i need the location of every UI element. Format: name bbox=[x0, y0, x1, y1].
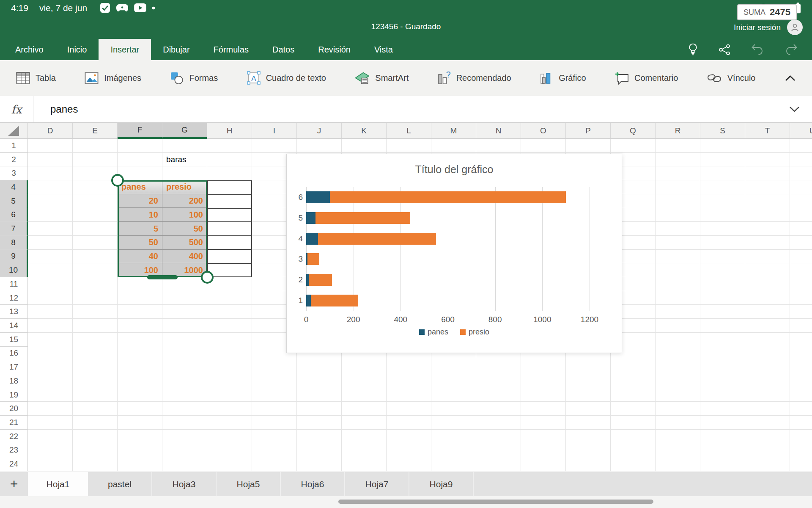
bar-segment-presio[interactable] bbox=[307, 253, 319, 265]
table-cell[interactable]: 5 bbox=[118, 222, 162, 236]
column-header-F[interactable]: F bbox=[118, 123, 162, 139]
table-cell[interactable]: 50 bbox=[162, 222, 207, 236]
column-header-L[interactable]: L bbox=[387, 123, 431, 139]
row-header-18[interactable]: 18 bbox=[0, 374, 28, 388]
row-header-1[interactable]: 1 bbox=[0, 139, 28, 153]
fx-icon[interactable]: fx bbox=[0, 96, 33, 122]
bar-segment-panes[interactable] bbox=[306, 212, 315, 224]
bar-segment-panes[interactable] bbox=[306, 191, 330, 203]
row-header-5[interactable]: 5 bbox=[0, 194, 28, 208]
bordered-cell[interactable] bbox=[208, 209, 251, 222]
row-header-12[interactable]: 12 bbox=[0, 291, 28, 305]
table-cell[interactable]: 500 bbox=[162, 236, 207, 250]
lightbulb-icon[interactable] bbox=[688, 43, 698, 56]
table-cell[interactable]: 100 bbox=[162, 208, 207, 222]
column-header-H[interactable]: H bbox=[207, 123, 252, 139]
table-cell[interactable]: 200 bbox=[162, 194, 207, 208]
row-header-3[interactable]: 3 bbox=[0, 166, 28, 180]
table-cell[interactable]: 50 bbox=[118, 236, 162, 250]
row-header-9[interactable]: 9 bbox=[0, 250, 28, 264]
table-cell[interactable]: 20 bbox=[118, 194, 162, 208]
toolbar-button-comentario[interactable]: Comentario bbox=[615, 72, 678, 85]
sum-status-box[interactable]: SUMA 2475 bbox=[737, 4, 797, 20]
bar-segment-panes[interactable] bbox=[306, 233, 318, 245]
column-header-J[interactable]: J bbox=[297, 123, 342, 139]
row-header-21[interactable]: 21 bbox=[0, 416, 28, 430]
row-header-15[interactable]: 15 bbox=[0, 333, 28, 347]
chart-object[interactable]: Título del gráfico 654321 02004006008001… bbox=[286, 154, 622, 353]
row-header-8[interactable]: 8 bbox=[0, 236, 28, 250]
avatar[interactable] bbox=[787, 19, 803, 35]
toolbar-button-formas[interactable]: Formas bbox=[170, 72, 218, 85]
expand-formula-bar-button[interactable] bbox=[789, 106, 800, 113]
bordered-cell[interactable] bbox=[208, 250, 251, 263]
data-table-F4-G10[interactable]: panespresio20200101005505050040400100100… bbox=[118, 180, 207, 277]
cell-G2[interactable]: baras bbox=[162, 153, 207, 167]
column-header-P[interactable]: P bbox=[566, 123, 611, 139]
column-header-N[interactable]: N bbox=[476, 123, 521, 139]
toolbar-button-tabla[interactable]: Tabla bbox=[16, 72, 56, 85]
bordered-cell[interactable] bbox=[208, 222, 251, 236]
column-header-M[interactable]: M bbox=[431, 123, 476, 139]
selection-handle-top-left[interactable] bbox=[111, 174, 124, 187]
toolbar-button-vínculo[interactable]: Vínculo bbox=[707, 72, 756, 84]
ribbon-tab-archivo[interactable]: Archivo bbox=[3, 39, 55, 60]
column-header-G[interactable]: G bbox=[162, 123, 207, 139]
toolbar-button-recomendado[interactable]: ?Recomendado bbox=[438, 71, 511, 85]
row-header-2[interactable]: 2 bbox=[0, 153, 28, 167]
sheet-tab-hoja5[interactable]: Hoja5 bbox=[217, 472, 281, 496]
table-header-panes[interactable]: panes bbox=[118, 180, 162, 194]
collapse-ribbon-button[interactable] bbox=[785, 75, 796, 82]
column-header-Q[interactable]: Q bbox=[611, 123, 656, 139]
toolbar-button-gráfico[interactable]: Gráfico bbox=[540, 72, 586, 85]
column-header-D[interactable]: D bbox=[28, 123, 73, 139]
column-header-O[interactable]: O bbox=[521, 123, 566, 139]
column-header-T[interactable]: T bbox=[745, 123, 790, 139]
row-header-13[interactable]: 13 bbox=[0, 305, 28, 319]
ribbon-tab-vista[interactable]: Vista bbox=[362, 39, 405, 60]
sheet-tab-hoja9[interactable]: Hoja9 bbox=[409, 472, 474, 496]
bordered-cell[interactable] bbox=[208, 264, 251, 276]
row-header-23[interactable]: 23 bbox=[0, 443, 28, 457]
row-header-7[interactable]: 7 bbox=[0, 222, 28, 236]
column-header-K[interactable]: K bbox=[342, 123, 387, 139]
sheet-tab-hoja3[interactable]: Hoja3 bbox=[152, 472, 217, 496]
table-cell[interactable]: 10 bbox=[118, 208, 162, 222]
sign-in-button[interactable]: Iniciar sesión bbox=[734, 19, 803, 35]
add-sheet-button[interactable]: + bbox=[0, 472, 28, 496]
toolbar-button-smartart[interactable]: SmartArt bbox=[355, 72, 409, 85]
bordered-cell[interactable] bbox=[208, 181, 251, 195]
formula-input[interactable]: panes bbox=[33, 103, 789, 115]
row-header-22[interactable]: 22 bbox=[0, 430, 28, 444]
table-cell[interactable]: 40 bbox=[118, 250, 162, 264]
bordered-range-H4-H10[interactable] bbox=[207, 180, 252, 277]
bar-segment-presio[interactable] bbox=[330, 191, 566, 203]
row-header-11[interactable]: 11 bbox=[0, 277, 28, 291]
toolbar-button-cuadro-de-texto[interactable]: ACuadro de texto bbox=[247, 71, 326, 85]
horizontal-scrollbar[interactable] bbox=[338, 500, 653, 504]
share-icon[interactable] bbox=[719, 44, 731, 55]
bar-segment-presio[interactable] bbox=[309, 274, 332, 286]
selection-handle-bottom-right[interactable] bbox=[201, 271, 214, 284]
ribbon-tab-revisión[interactable]: Revisión bbox=[306, 39, 362, 60]
ribbon-tab-inicio[interactable]: Inicio bbox=[55, 39, 99, 60]
bar-segment-presio[interactable] bbox=[311, 295, 358, 306]
row-header-20[interactable]: 20 bbox=[0, 402, 28, 416]
row-header-19[interactable]: 19 bbox=[0, 388, 28, 402]
table-cell[interactable]: 400 bbox=[162, 250, 207, 264]
row-header-14[interactable]: 14 bbox=[0, 319, 28, 333]
table-header-presio[interactable]: presio bbox=[162, 180, 207, 194]
row-header-17[interactable]: 17 bbox=[0, 360, 28, 374]
bordered-cell[interactable] bbox=[208, 236, 251, 250]
sheet-tab-hoja1[interactable]: Hoja1 bbox=[28, 472, 88, 496]
sheet-tab-hoja7[interactable]: Hoja7 bbox=[345, 472, 409, 496]
column-header-R[interactable]: R bbox=[656, 123, 700, 139]
column-header-U[interactable]: U bbox=[790, 123, 812, 139]
fill-handle[interactable] bbox=[147, 275, 178, 279]
column-header-I[interactable]: I bbox=[252, 123, 297, 139]
sheet-tab-pastel[interactable]: pastel bbox=[88, 472, 152, 496]
ribbon-tab-insertar[interactable]: Insertar bbox=[99, 39, 151, 60]
row-header-6[interactable]: 6 bbox=[0, 208, 28, 222]
sheet-tab-hoja6[interactable]: Hoja6 bbox=[281, 472, 345, 496]
ribbon-tab-datos[interactable]: Datos bbox=[261, 39, 306, 60]
